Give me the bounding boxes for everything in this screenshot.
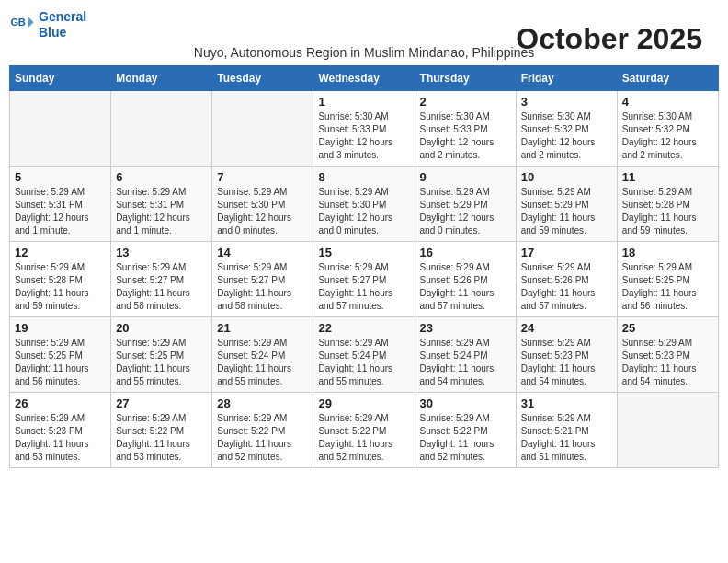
- svg-marker-2: [28, 17, 34, 27]
- day-info: Sunrise: 5:29 AM Sunset: 5:25 PM Dayligh…: [15, 337, 106, 388]
- day-info: Sunrise: 5:29 AM Sunset: 5:24 PM Dayligh…: [318, 337, 409, 388]
- calendar-table: SundayMondayTuesdayWednesdayThursdayFrid…: [9, 65, 719, 468]
- calendar-cell: 29Sunrise: 5:29 AM Sunset: 5:22 PM Dayli…: [313, 392, 415, 467]
- day-number: 22: [318, 321, 409, 335]
- day-info: Sunrise: 5:29 AM Sunset: 5:23 PM Dayligh…: [15, 412, 106, 464]
- calendar-cell: 10Sunrise: 5:29 AM Sunset: 5:29 PM Dayli…: [516, 166, 617, 241]
- calendar-cell: 9Sunrise: 5:29 AM Sunset: 5:29 PM Daylig…: [415, 166, 516, 241]
- calendar-cell: 30Sunrise: 5:29 AM Sunset: 5:22 PM Dayli…: [415, 392, 516, 467]
- weekday-header-saturday: Saturday: [617, 65, 718, 90]
- calendar-cell: [212, 90, 313, 166]
- calendar-cell: 16Sunrise: 5:29 AM Sunset: 5:26 PM Dayli…: [415, 241, 516, 316]
- logo-line2: Blue: [39, 25, 86, 40]
- day-info: Sunrise: 5:29 AM Sunset: 5:24 PM Dayligh…: [217, 337, 308, 388]
- weekday-header-monday: Monday: [111, 65, 212, 90]
- day-number: 27: [116, 396, 207, 410]
- calendar-cell: 14Sunrise: 5:29 AM Sunset: 5:27 PM Dayli…: [212, 241, 313, 316]
- week-row-1: 1Sunrise: 5:30 AM Sunset: 5:33 PM Daylig…: [10, 90, 719, 166]
- day-info: Sunrise: 5:29 AM Sunset: 5:22 PM Dayligh…: [217, 412, 308, 464]
- day-info: Sunrise: 5:29 AM Sunset: 5:29 PM Dayligh…: [420, 186, 511, 237]
- day-info: Sunrise: 5:30 AM Sunset: 5:33 PM Dayligh…: [318, 110, 409, 162]
- day-number: 29: [318, 396, 409, 410]
- calendar-cell: 7Sunrise: 5:29 AM Sunset: 5:30 PM Daylig…: [212, 166, 313, 241]
- week-row-5: 26Sunrise: 5:29 AM Sunset: 5:23 PM Dayli…: [10, 392, 719, 467]
- week-row-2: 5Sunrise: 5:29 AM Sunset: 5:31 PM Daylig…: [10, 166, 719, 241]
- day-info: Sunrise: 5:29 AM Sunset: 5:26 PM Dayligh…: [521, 261, 612, 313]
- calendar-cell: [10, 90, 111, 166]
- logo-icon: G B: [9, 12, 35, 38]
- weekday-header-friday: Friday: [516, 65, 617, 90]
- calendar-cell: 11Sunrise: 5:29 AM Sunset: 5:28 PM Dayli…: [617, 166, 718, 241]
- weekday-header-tuesday: Tuesday: [212, 65, 313, 90]
- calendar-cell: 22Sunrise: 5:29 AM Sunset: 5:24 PM Dayli…: [313, 316, 415, 392]
- calendar-cell: 13Sunrise: 5:29 AM Sunset: 5:27 PM Dayli…: [111, 241, 212, 316]
- day-number: 8: [318, 170, 409, 184]
- day-info: Sunrise: 5:30 AM Sunset: 5:32 PM Dayligh…: [622, 110, 713, 162]
- day-info: Sunrise: 5:29 AM Sunset: 5:25 PM Dayligh…: [622, 261, 713, 313]
- day-info: Sunrise: 5:29 AM Sunset: 5:22 PM Dayligh…: [318, 412, 409, 464]
- day-number: 18: [622, 246, 713, 259]
- day-number: 4: [622, 95, 713, 109]
- day-info: Sunrise: 5:29 AM Sunset: 5:27 PM Dayligh…: [217, 261, 308, 313]
- day-info: Sunrise: 5:29 AM Sunset: 5:26 PM Dayligh…: [420, 261, 511, 313]
- day-info: Sunrise: 5:29 AM Sunset: 5:29 PM Dayligh…: [521, 186, 612, 237]
- day-info: Sunrise: 5:29 AM Sunset: 5:30 PM Dayligh…: [217, 186, 308, 237]
- day-number: 6: [116, 170, 207, 184]
- top-row: G B General Blue October 2025: [9, 9, 719, 40]
- calendar-cell: 27Sunrise: 5:29 AM Sunset: 5:22 PM Dayli…: [111, 392, 212, 467]
- calendar-cell: [617, 392, 718, 467]
- day-number: 10: [521, 170, 612, 184]
- day-number: 24: [521, 321, 612, 335]
- day-info: Sunrise: 5:29 AM Sunset: 5:22 PM Dayligh…: [420, 412, 511, 464]
- svg-text:G: G: [10, 17, 18, 28]
- day-number: 23: [420, 321, 511, 335]
- calendar-cell: 31Sunrise: 5:29 AM Sunset: 5:21 PM Dayli…: [516, 392, 617, 467]
- day-number: 12: [15, 246, 106, 259]
- day-number: 15: [318, 246, 409, 259]
- day-number: 20: [116, 321, 207, 335]
- calendar-cell: 5Sunrise: 5:29 AM Sunset: 5:31 PM Daylig…: [10, 166, 111, 241]
- day-number: 14: [217, 246, 308, 259]
- calendar-cell: 6Sunrise: 5:29 AM Sunset: 5:31 PM Daylig…: [111, 166, 212, 241]
- month-title: October 2025: [516, 22, 702, 56]
- calendar-cell: 20Sunrise: 5:29 AM Sunset: 5:25 PM Dayli…: [111, 316, 212, 392]
- calendar-cell: 1Sunrise: 5:30 AM Sunset: 5:33 PM Daylig…: [313, 90, 415, 166]
- calendar-cell: 24Sunrise: 5:29 AM Sunset: 5:23 PM Dayli…: [516, 316, 617, 392]
- calendar-cell: 4Sunrise: 5:30 AM Sunset: 5:32 PM Daylig…: [617, 90, 718, 166]
- day-number: 11: [622, 170, 713, 184]
- calendar-cell: 21Sunrise: 5:29 AM Sunset: 5:24 PM Dayli…: [212, 316, 313, 392]
- day-info: Sunrise: 5:29 AM Sunset: 5:31 PM Dayligh…: [15, 186, 106, 237]
- svg-text:B: B: [18, 17, 26, 28]
- day-info: Sunrise: 5:29 AM Sunset: 5:27 PM Dayligh…: [116, 261, 207, 313]
- day-number: 2: [420, 95, 511, 109]
- day-number: 26: [15, 396, 106, 410]
- calendar-cell: 25Sunrise: 5:29 AM Sunset: 5:23 PM Dayli…: [617, 316, 718, 392]
- calendar-cell: 15Sunrise: 5:29 AM Sunset: 5:27 PM Dayli…: [313, 241, 415, 316]
- day-number: 9: [420, 170, 511, 184]
- weekday-header-wednesday: Wednesday: [313, 65, 415, 90]
- calendar-cell: [111, 90, 212, 166]
- day-number: 7: [217, 170, 308, 184]
- calendar-cell: 8Sunrise: 5:29 AM Sunset: 5:30 PM Daylig…: [313, 166, 415, 241]
- calendar-cell: 23Sunrise: 5:29 AM Sunset: 5:24 PM Dayli…: [415, 316, 516, 392]
- day-info: Sunrise: 5:29 AM Sunset: 5:23 PM Dayligh…: [622, 337, 713, 388]
- day-info: Sunrise: 5:29 AM Sunset: 5:24 PM Dayligh…: [420, 337, 511, 388]
- day-info: Sunrise: 5:30 AM Sunset: 5:32 PM Dayligh…: [521, 110, 612, 162]
- title-section: October 2025: [516, 22, 702, 56]
- calendar-cell: 26Sunrise: 5:29 AM Sunset: 5:23 PM Dayli…: [10, 392, 111, 467]
- calendar-cell: 17Sunrise: 5:29 AM Sunset: 5:26 PM Dayli…: [516, 241, 617, 316]
- weekday-header-sunday: Sunday: [10, 65, 111, 90]
- day-number: 3: [521, 95, 612, 109]
- day-number: 30: [420, 396, 511, 410]
- calendar-cell: 3Sunrise: 5:30 AM Sunset: 5:32 PM Daylig…: [516, 90, 617, 166]
- calendar-cell: 19Sunrise: 5:29 AM Sunset: 5:25 PM Dayli…: [10, 316, 111, 392]
- week-row-4: 19Sunrise: 5:29 AM Sunset: 5:25 PM Dayli…: [10, 316, 719, 392]
- weekday-header-thursday: Thursday: [415, 65, 516, 90]
- day-number: 19: [15, 321, 106, 335]
- day-number: 28: [217, 396, 308, 410]
- calendar-cell: 2Sunrise: 5:30 AM Sunset: 5:33 PM Daylig…: [415, 90, 516, 166]
- day-number: 17: [521, 246, 612, 259]
- week-row-3: 12Sunrise: 5:29 AM Sunset: 5:28 PM Dayli…: [10, 241, 719, 316]
- day-number: 5: [15, 170, 106, 184]
- day-number: 16: [420, 246, 511, 259]
